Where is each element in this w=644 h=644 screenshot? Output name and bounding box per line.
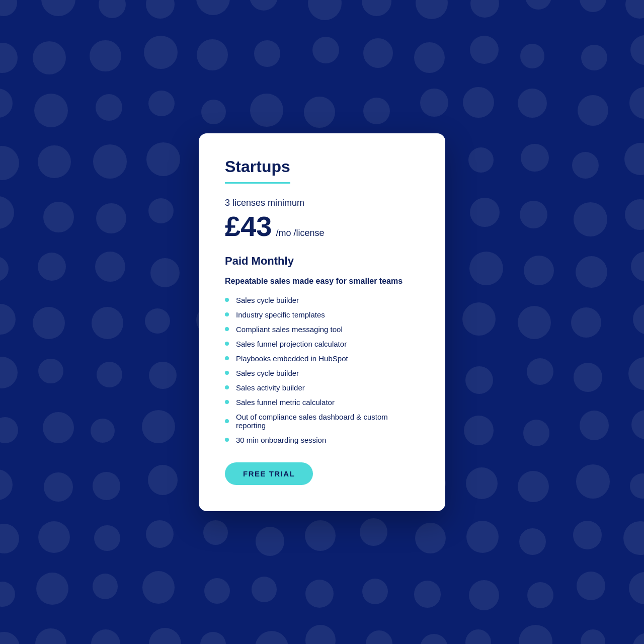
feature-text: Sales cycle builder [236, 369, 299, 377]
price-row: £43 /mo /license [225, 212, 419, 240]
bullet-icon [225, 419, 229, 423]
title-underline [225, 182, 290, 184]
list-item: Playbooks embedded in HubSpot [225, 354, 419, 363]
list-item: Sales funnel metric calculator [225, 398, 419, 407]
bullet-icon [225, 400, 229, 404]
features-heading: Repeatable sales made easy for smaller t… [225, 277, 419, 286]
list-item: Industry specific templates [225, 310, 419, 319]
list-item: 30 min onboarding session [225, 436, 419, 444]
feature-text: 30 min onboarding session [236, 436, 326, 444]
billing-period: Paid Monthly [225, 255, 419, 268]
feature-text: Sales activity builder [236, 383, 305, 392]
licenses-text: 3 licenses minimum [225, 198, 419, 208]
feature-text: Industry specific templates [236, 310, 325, 319]
bullet-icon [225, 438, 229, 442]
feature-text: Out of compliance sales dashboard & cust… [236, 413, 419, 430]
bullet-icon [225, 327, 229, 331]
price-amount: £43 [225, 212, 272, 240]
bullet-icon [225, 342, 229, 346]
feature-text: Compliant sales messaging tool [236, 325, 343, 334]
list-item: Sales cycle builder [225, 369, 419, 377]
bullet-icon [225, 298, 229, 302]
free-trial-button[interactable]: FREE TRIAL [225, 462, 313, 485]
price-unit: /mo /license [276, 228, 324, 238]
pricing-card: Startups 3 licenses minimum £43 /mo /lic… [199, 133, 445, 511]
bullet-icon [225, 312, 229, 316]
list-item: Out of compliance sales dashboard & cust… [225, 413, 419, 430]
list-item: Sales funnel projection calculator [225, 340, 419, 348]
list-item: Compliant sales messaging tool [225, 325, 419, 334]
plan-title: Startups [225, 157, 419, 176]
list-item: Sales activity builder [225, 383, 419, 392]
feature-text: Sales funnel metric calculator [236, 398, 335, 407]
feature-text: Playbooks embedded in HubSpot [236, 354, 348, 363]
feature-text: Sales cycle builder [236, 296, 299, 304]
list-item: Sales cycle builder [225, 296, 419, 304]
feature-text: Sales funnel projection calculator [236, 340, 347, 348]
bullet-icon [225, 385, 229, 389]
bullet-icon [225, 356, 229, 360]
bullet-icon [225, 371, 229, 375]
features-list: Sales cycle builderIndustry specific tem… [225, 296, 419, 444]
